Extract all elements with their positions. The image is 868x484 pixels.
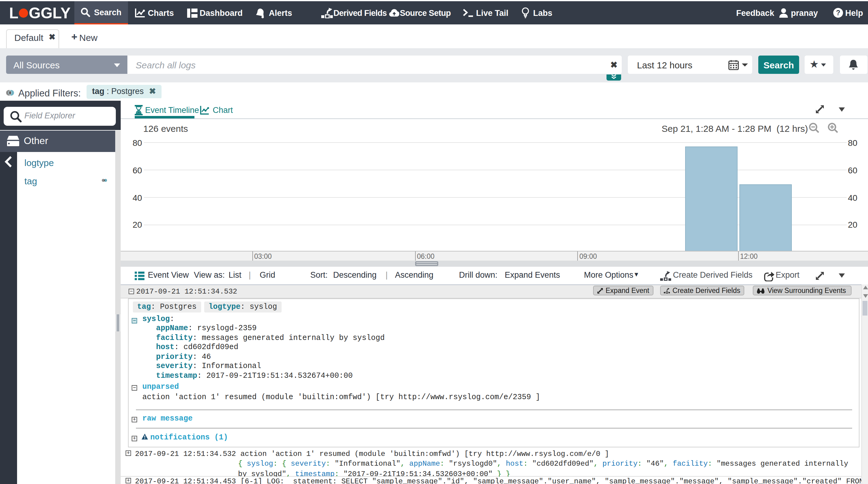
svg-text:?: ?	[836, 9, 840, 17]
